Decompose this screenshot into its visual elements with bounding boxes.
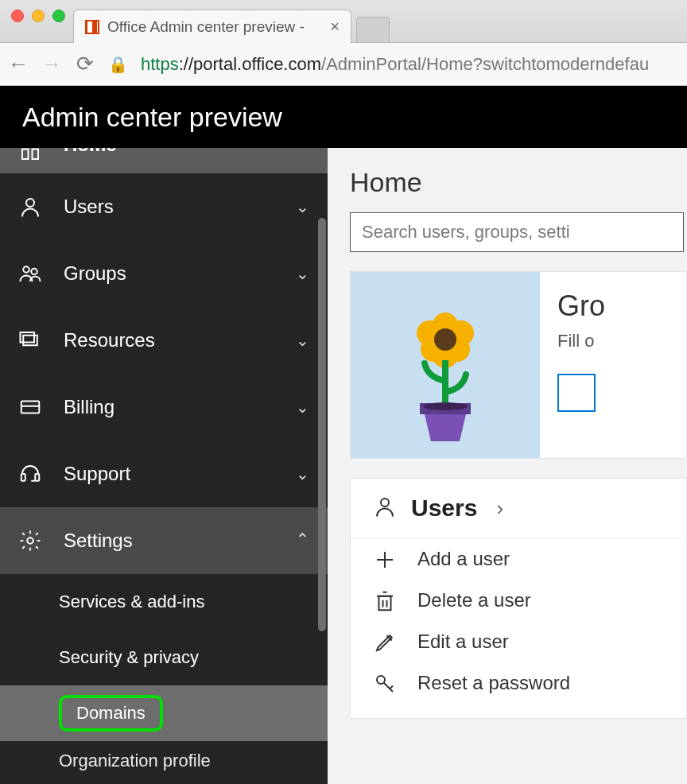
svg-rect-1 <box>33 149 39 160</box>
promo-illustration <box>351 272 540 458</box>
trash-icon <box>373 589 395 611</box>
svg-rect-26 <box>379 596 391 611</box>
sidebar-item-support[interactable]: Support ⌄ <box>0 441 328 507</box>
app-header: Admin center preview <box>0 86 687 148</box>
edit-user-row[interactable]: Edit a user <box>351 621 686 662</box>
svg-point-12 <box>27 538 33 544</box>
main-content: Home <box>328 148 687 784</box>
new-tab-button[interactable] <box>356 17 390 42</box>
sidebar-item-label: Users <box>64 196 274 218</box>
svg-point-22 <box>423 402 468 410</box>
sidebar-item-billing[interactable]: Billing ⌄ <box>0 374 328 441</box>
search-input[interactable] <box>350 212 684 252</box>
url-scheme: https <box>141 54 179 74</box>
promo-text: Gro Fill o <box>540 272 605 458</box>
reload-button[interactable]: ⟳ <box>75 52 95 76</box>
window-close-button[interactable] <box>11 10 24 22</box>
chevron-up-icon: ⌃ <box>294 530 310 549</box>
browser-tab[interactable]: Office Admin center preview - × <box>73 10 351 43</box>
back-button[interactable]: ← <box>8 52 29 76</box>
users-card-header[interactable]: Users › <box>351 479 686 538</box>
gear-icon <box>17 528 43 553</box>
plus-icon <box>373 548 395 570</box>
svg-rect-11 <box>35 474 39 481</box>
sidebar-sub-label: Services & add-ins <box>59 592 204 612</box>
card-row-label: Reset a password <box>417 672 570 694</box>
sidebar-sub-domains[interactable]: Domains <box>0 685 328 741</box>
sidebar-item-settings[interactable]: Settings ⌃ <box>0 507 328 574</box>
groups-icon <box>17 261 43 286</box>
sidebar-sub-org-profile[interactable]: Organization profile <box>0 741 328 781</box>
support-icon <box>17 461 43 487</box>
sidebar-item-home[interactable]: Home <box>0 148 328 173</box>
users-card-title: Users <box>411 495 477 522</box>
card-row-label: Add a user <box>417 548 510 570</box>
svg-point-3 <box>26 199 34 207</box>
svg-rect-10 <box>21 474 25 481</box>
add-user-row[interactable]: Add a user <box>351 538 686 580</box>
office-logo-icon <box>85 20 99 34</box>
promo-button[interactable] <box>557 374 596 412</box>
sidebar-item-label: Billing <box>64 396 274 418</box>
url-host: ://portal.office.com <box>179 54 321 74</box>
browser-tab-title: Office Admin center preview - <box>107 18 305 36</box>
sidebar-sub-label: Organization profile <box>59 751 211 771</box>
forward-button[interactable]: → <box>41 52 62 76</box>
window-zoom-button[interactable] <box>52 10 65 22</box>
lock-icon: 🔒 <box>108 55 128 74</box>
svg-point-32 <box>377 676 385 684</box>
chevron-down-icon: ⌄ <box>294 331 310 350</box>
page-title: Home <box>350 167 687 198</box>
svg-rect-0 <box>22 149 29 160</box>
sidebar-sub-services[interactable]: Services & add-ins <box>0 574 328 630</box>
card-row-label: Edit a user <box>417 631 509 653</box>
url-path: /AdminPortal/Home?switchtomoderndefau <box>321 54 649 74</box>
svg-point-4 <box>23 266 29 273</box>
svg-point-19 <box>434 328 456 351</box>
sidebar: Home Users ⌄ Groups ⌄ Resources ⌄ <box>0 148 328 784</box>
pencil-icon <box>373 631 395 653</box>
chevron-down-icon: ⌄ <box>294 197 310 216</box>
promo-subtext: Fill o <box>557 331 605 351</box>
browser-tabbar: Office Admin center preview - × <box>0 0 687 43</box>
sidebar-sub-label: Domains <box>76 703 146 723</box>
chevron-right-icon: › <box>496 496 503 521</box>
svg-point-23 <box>381 499 389 506</box>
key-icon <box>373 672 395 694</box>
sidebar-item-users[interactable]: Users ⌄ <box>0 173 328 240</box>
window-controls <box>6 0 73 42</box>
resources-icon <box>17 328 43 353</box>
svg-point-5 <box>31 269 37 275</box>
sidebar-sub-security[interactable]: Security & privacy <box>0 630 328 685</box>
tab-close-icon[interactable]: × <box>330 17 340 36</box>
app-title: Admin center preview <box>22 102 282 133</box>
sidebar-item-label: Support <box>64 463 274 485</box>
sidebar-item-label: Settings <box>64 530 274 552</box>
card-row-label: Delete a user <box>417 589 531 611</box>
svg-rect-6 <box>23 336 37 346</box>
users-card: Users › Add a user Delete a user <box>350 478 687 719</box>
sidebar-item-groups[interactable]: Groups ⌄ <box>0 240 328 307</box>
sidebar-item-label: Resources <box>64 329 274 351</box>
browser-toolbar: ← → ⟳ 🔒 https://portal.office.com/AdminP… <box>0 43 687 86</box>
sidebar-sub-label: Security & privacy <box>59 647 199 668</box>
home-icon <box>17 148 43 164</box>
reset-password-row[interactable]: Reset a password <box>351 662 686 704</box>
window-minimize-button[interactable] <box>32 10 45 22</box>
chevron-down-icon: ⌄ <box>294 464 310 483</box>
user-icon <box>17 194 43 219</box>
chevron-down-icon: ⌄ <box>294 264 310 283</box>
sidebar-item-resources[interactable]: Resources ⌄ <box>0 307 328 374</box>
sidebar-item-label: Groups <box>64 262 274 285</box>
svg-rect-7 <box>21 332 35 343</box>
sidebar-scroll-thumb[interactable] <box>318 218 326 631</box>
sidebar-item-label: Home <box>64 148 310 156</box>
browser-chrome: Office Admin center preview - × ← → ⟳ 🔒 … <box>0 0 687 86</box>
svg-rect-8 <box>21 402 40 413</box>
address-bar[interactable]: https://portal.office.com/AdminPortal/Ho… <box>141 54 649 75</box>
promo-card: Gro Fill o <box>350 271 687 459</box>
delete-user-row[interactable]: Delete a user <box>351 580 686 621</box>
user-icon <box>373 495 397 522</box>
svg-line-34 <box>390 686 393 689</box>
billing-icon <box>17 394 43 420</box>
